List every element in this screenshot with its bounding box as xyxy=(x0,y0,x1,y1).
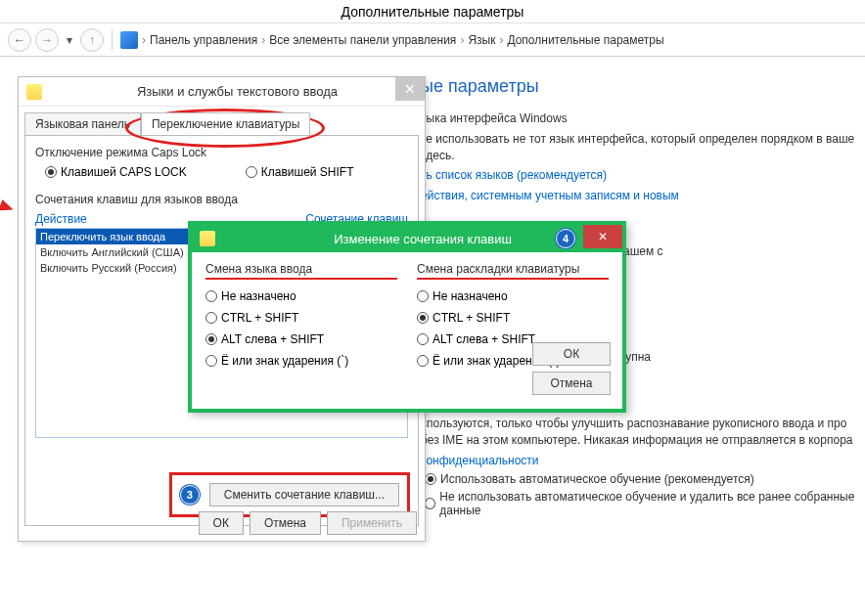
radio-auto-learn-no[interactable]: Не использовать автоматическое обучение … xyxy=(425,490,865,517)
change-hotkey-dialog: Изменение сочетания клавиш 4 ✕ Смена язы… xyxy=(188,221,626,413)
tab-keyboard-switch[interactable]: Переключение клавиатуры xyxy=(141,112,310,135)
cancel-button[interactable]: Отмена xyxy=(532,372,611,395)
radio-icon xyxy=(425,498,435,509)
divider xyxy=(112,30,113,50)
radio-grave[interactable]: Ё или знак ударения (`) xyxy=(205,354,397,368)
capslock-group-label: Отключение режима Caps Lock xyxy=(35,146,408,159)
annotation-underline xyxy=(417,278,609,280)
change-hotkey-button[interactable]: Сменить сочетание клавиш... xyxy=(209,483,399,506)
breadcrumb-item[interactable]: Панель управления xyxy=(150,33,257,47)
breadcrumb-item[interactable]: Все элементы панели управления xyxy=(269,33,456,47)
dialog-icon xyxy=(26,84,42,100)
radio-icon xyxy=(417,333,429,345)
breadcrumb-item[interactable]: Язык xyxy=(468,33,495,47)
radio-icon xyxy=(425,473,436,485)
dialog-title: Языки и службы текстового ввода xyxy=(50,84,425,99)
radio-ctrl-shift[interactable]: CTRL + SHIFT xyxy=(205,311,397,325)
section-text: те использовать не тот язык интерфейса, … xyxy=(421,131,865,164)
control-panel-icon xyxy=(120,31,138,49)
radio-icon xyxy=(205,333,217,345)
radio-auto-learn-yes[interactable]: Использовать автоматическое обучение (ре… xyxy=(425,472,865,486)
tab-language-panel[interactable]: Языковая панель xyxy=(24,112,141,135)
link[interactable]: конфиденциальности xyxy=(421,453,865,469)
radio-shift[interactable]: Клавишей SHIFT xyxy=(246,165,354,179)
radio-icon xyxy=(417,290,429,302)
nav-bar: ← → ▾ ↑ › Панель управления› Все элемент… xyxy=(0,23,865,57)
radio-icon xyxy=(246,166,257,178)
window-title: Дополнительные параметры xyxy=(0,0,865,23)
ok-button[interactable]: ОК xyxy=(532,342,611,366)
radio-ctrl-shift[interactable]: CTRL + SHIFT xyxy=(417,311,609,325)
radio-icon xyxy=(417,312,429,324)
radio-none[interactable]: Не назначено xyxy=(417,289,609,303)
radio-icon xyxy=(205,290,217,302)
link[interactable]: ть список языков (рекомендуется) xyxy=(421,167,865,184)
section-heading: зыка интерфейса Windows xyxy=(421,110,865,127)
breadcrumb[interactable]: Панель управления› Все элементы панели у… xyxy=(150,33,664,47)
up-button[interactable]: ↑ xyxy=(80,28,104,52)
radio-icon xyxy=(205,355,217,367)
cancel-button[interactable]: Отмена xyxy=(250,511,321,535)
forward-button: → xyxy=(35,28,59,52)
dialog-icon xyxy=(200,231,215,246)
hotkeys-group-label: Сочетания клавиш для языков ввода xyxy=(35,193,408,206)
input-language-column: Смена языка ввода Не назначено CTRL + SH… xyxy=(205,262,397,399)
section-text: спользуются, только чтобы улучшить распо… xyxy=(421,416,865,449)
breadcrumb-sep-icon: › xyxy=(142,33,146,47)
step-4-badge: 4 xyxy=(556,229,575,248)
step-3-badge: 3 xyxy=(180,485,200,505)
back-button[interactable]: ← xyxy=(8,28,31,52)
ok-button[interactable]: ОК xyxy=(199,511,244,535)
page-title: ые параметры xyxy=(421,76,865,97)
radio-none[interactable]: Не назначено xyxy=(205,289,397,303)
radio-capslock[interactable]: Клавишей CAPS LOCK xyxy=(45,165,187,179)
history-dropdown-icon[interactable]: ▾ xyxy=(67,33,72,47)
column-title: Смена раскладки клавиатуры xyxy=(417,262,609,276)
apply-button: Применить xyxy=(327,511,417,535)
radio-alt-shift[interactable]: ALT слева + SHIFT xyxy=(205,332,397,346)
radio-icon xyxy=(417,355,429,367)
breadcrumb-item: Дополнительные параметры xyxy=(507,33,663,47)
close-button[interactable]: ✕ xyxy=(395,77,425,101)
column-title: Смена языка ввода xyxy=(205,262,397,276)
radio-icon xyxy=(45,166,57,178)
link[interactable]: ействия, системным учетным записям и нов… xyxy=(421,188,865,204)
close-button[interactable]: ✕ xyxy=(583,225,622,248)
tab-strip: Языковая панель Переключение клавиатуры xyxy=(24,112,419,135)
annotation-underline xyxy=(205,278,397,280)
annotation-arrow-icon xyxy=(0,199,16,215)
radio-icon xyxy=(205,312,217,324)
